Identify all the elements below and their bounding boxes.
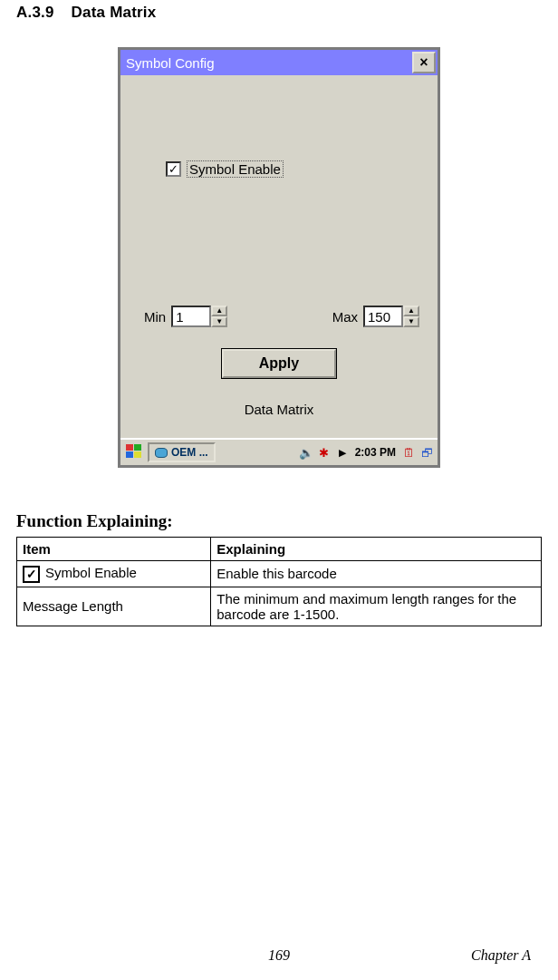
speaker-icon[interactable]: 🔈 bbox=[299, 445, 313, 460]
tray: 🔈 ✱ ▶ 2:03 PM 🗓 🗗 bbox=[299, 445, 434, 460]
min-down-button[interactable]: ▼ bbox=[211, 316, 227, 327]
max-group: Max 150 ▲ ▼ bbox=[332, 306, 419, 327]
enable-checkbox[interactable]: ✓ bbox=[166, 161, 181, 177]
dialog-title: Symbol Config bbox=[126, 55, 215, 71]
min-input[interactable]: 1 bbox=[171, 306, 211, 327]
max-spinner: 150 ▲ ▼ bbox=[363, 306, 419, 327]
apply-button[interactable]: Apply bbox=[222, 349, 336, 378]
cell-item: ✓Symbol Enable bbox=[17, 561, 211, 587]
network-icon[interactable]: ✱ bbox=[317, 445, 332, 460]
min-group: Min 1 ▲ ▼ bbox=[144, 306, 227, 327]
calendar-icon[interactable]: 🗓 bbox=[401, 445, 416, 460]
taskbar-clock[interactable]: 2:03 PM bbox=[355, 446, 396, 459]
close-icon: × bbox=[419, 55, 428, 70]
section-title: Data Matrix bbox=[72, 4, 157, 21]
section-heading: A.3.9 Data Matrix bbox=[16, 4, 542, 22]
th-explaining: Explaining bbox=[211, 538, 542, 561]
titlebar: Symbol Config × bbox=[120, 50, 438, 75]
flag-icon bbox=[126, 444, 133, 451]
min-spinner: 1 ▲ ▼ bbox=[171, 306, 227, 327]
explain-table: Item Explaining ✓Symbol Enable Enable th… bbox=[16, 537, 542, 626]
function-explaining-heading: Function Explaining: bbox=[16, 511, 542, 531]
cell-explain: Enable this barcode bbox=[211, 561, 542, 587]
desktop-icon[interactable]: 🗗 bbox=[419, 445, 434, 460]
oem-icon bbox=[155, 448, 168, 458]
cell-explain: The minimum and maximum length ranges fo… bbox=[211, 587, 542, 626]
dialog-body: ✓ Symbol Enable Min 1 ▲ ▼ Max bbox=[120, 75, 438, 438]
table-head-row: Item Explaining bbox=[17, 538, 542, 561]
th-item: Item bbox=[17, 538, 211, 561]
max-up-button[interactable]: ▲ bbox=[403, 306, 419, 316]
signal-icon[interactable]: ▶ bbox=[335, 445, 350, 460]
row0-item: Symbol Enable bbox=[45, 565, 137, 580]
dialog-subtitle: Data Matrix bbox=[120, 402, 438, 417]
enable-row: ✓ Symbol Enable bbox=[166, 160, 284, 178]
cell-item: Message Length bbox=[17, 587, 211, 626]
taskbar: OEM ... 🔈 ✱ ▶ 2:03 PM 🗓 🗗 bbox=[120, 438, 438, 465]
min-label: Min bbox=[144, 309, 166, 325]
dialog-screenshot: Symbol Config × ✓ Symbol Enable Min 1 ▲ … bbox=[118, 47, 440, 468]
taskbar-task[interactable]: OEM ... bbox=[148, 442, 216, 462]
max-input[interactable]: 150 bbox=[363, 306, 403, 327]
page-number: 169 bbox=[268, 947, 290, 964]
checkbox-icon: ✓ bbox=[23, 566, 40, 583]
section-number: A.3.9 bbox=[16, 4, 54, 21]
page-footer: 169 Chapter A bbox=[0, 947, 558, 964]
table-row: ✓Symbol Enable Enable this barcode bbox=[17, 561, 542, 587]
min-up-button[interactable]: ▲ bbox=[211, 306, 227, 316]
enable-label: Symbol Enable bbox=[187, 160, 284, 178]
max-label: Max bbox=[332, 309, 358, 325]
close-button[interactable]: × bbox=[412, 52, 436, 73]
max-down-button[interactable]: ▼ bbox=[403, 316, 419, 327]
task-label: OEM ... bbox=[171, 446, 208, 459]
start-button[interactable] bbox=[124, 443, 144, 461]
table-row: Message Length The minimum and maximum l… bbox=[17, 587, 542, 626]
chapter-label: Chapter A bbox=[471, 947, 531, 964]
apply-label: Apply bbox=[259, 355, 299, 372]
minmax-row: Min 1 ▲ ▼ Max 150 ▲ bbox=[144, 306, 419, 327]
